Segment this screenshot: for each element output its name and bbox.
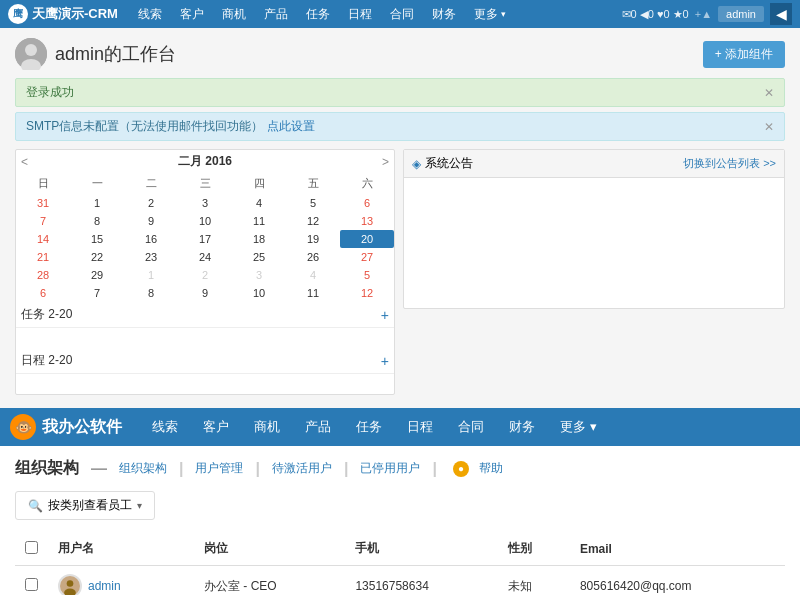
calendar-day[interactable]: 24	[178, 248, 232, 266]
nav-item-deals[interactable]: 商机	[214, 0, 254, 28]
sep3: |	[344, 460, 348, 478]
calendar-day[interactable]: 26	[286, 248, 340, 266]
calendar-day[interactable]: 12	[340, 284, 394, 302]
announcement-switch-link[interactable]: 切换到公告列表 >>	[683, 156, 776, 171]
calendar-prev[interactable]: <	[21, 155, 28, 169]
org-help-link[interactable]: 帮助	[479, 460, 503, 477]
nav2-customers[interactable]: 客户	[193, 408, 239, 446]
calendar-day[interactable]: 20	[340, 230, 394, 248]
schedule-label: 日程 2-20	[21, 352, 72, 369]
calendar-day[interactable]: 11	[232, 212, 286, 230]
calendar-day[interactable]: 23	[124, 248, 178, 266]
calendar-day[interactable]: 6	[340, 194, 394, 212]
calendar-day[interactable]: 10	[232, 284, 286, 302]
row-email-0: 805616420@qq.com	[570, 566, 785, 596]
top-logo-icon: 鹰	[8, 4, 28, 24]
alert-warning-close[interactable]: ✕	[764, 120, 774, 134]
nav-item-more[interactable]: 更多▾	[466, 0, 514, 28]
nav2-contracts[interactable]: 合同	[448, 408, 494, 446]
org-link-disabled[interactable]: 已停用用户	[360, 460, 420, 477]
nav2-leads[interactable]: 线索	[142, 408, 188, 446]
nav-item-customers[interactable]: 客户	[172, 0, 212, 28]
calendar-day[interactable]: 16	[124, 230, 178, 248]
nav-item-contracts[interactable]: 合同	[382, 0, 422, 28]
calendar-day[interactable]: 1	[124, 266, 178, 284]
calendar-day[interactable]: 2	[124, 194, 178, 212]
nav2-finance[interactable]: 财务	[499, 408, 545, 446]
calendar-day[interactable]: 13	[340, 212, 394, 230]
nav2-products[interactable]: 产品	[295, 408, 341, 446]
calendar-day[interactable]: 14	[16, 230, 70, 248]
calendar-day[interactable]: 7	[16, 212, 70, 230]
calendar-day[interactable]: 10	[178, 212, 232, 230]
org-dash: —	[91, 460, 107, 478]
chevron-down-icon: ▾	[137, 500, 142, 511]
second-logo-text: 我办公软件	[42, 417, 122, 438]
calendar-day[interactable]: 18	[232, 230, 286, 248]
calendar-grid: 日 一 二 三 四 五 六 31123456789101112131415161…	[16, 173, 394, 302]
calendar-day[interactable]: 9	[178, 284, 232, 302]
calendar-day[interactable]: 8	[70, 212, 124, 230]
dashboard-content: < 二月 2016 > 日 一 二 三 四 五	[15, 149, 785, 403]
calendar-day[interactable]: 4	[232, 194, 286, 212]
org-link-pending[interactable]: 待激活用户	[272, 460, 332, 477]
calendar-day[interactable]: 19	[286, 230, 340, 248]
calendar-day[interactable]: 3	[178, 194, 232, 212]
username-link-0[interactable]: admin	[88, 579, 121, 593]
add-widget-button[interactable]: + 添加组件	[703, 41, 785, 68]
calendar-day[interactable]: 6	[16, 284, 70, 302]
table-row: admin 办公室 - CEO 13516758634 未知 805616420…	[15, 566, 785, 596]
nav-item-finance[interactable]: 财务	[424, 0, 464, 28]
calendar-day[interactable]: 28	[16, 266, 70, 284]
calendar-day[interactable]: 29	[70, 266, 124, 284]
calendar-day[interactable]: 2	[178, 266, 232, 284]
nav-item-schedule[interactable]: 日程	[340, 0, 380, 28]
alert-success-close[interactable]: ✕	[764, 86, 774, 100]
nav-item-leads[interactable]: 线索	[130, 0, 170, 28]
collapse-button[interactable]: ◀	[770, 3, 792, 25]
calendar-day[interactable]: 21	[16, 248, 70, 266]
nav-item-tasks[interactable]: 任务	[298, 0, 338, 28]
tasks-section-header: 任务 2-20 +	[16, 302, 394, 328]
second-logo: 🐵 我办公软件	[10, 414, 122, 440]
calendar-day[interactable]: 9	[124, 212, 178, 230]
sep2: |	[255, 460, 259, 478]
help-icon: ●	[453, 461, 469, 477]
add-task-button[interactable]: +	[381, 307, 389, 323]
calendar-day[interactable]: 3	[232, 266, 286, 284]
calendar-next[interactable]: >	[382, 155, 389, 169]
calendar-day[interactable]: 15	[70, 230, 124, 248]
calendar-day[interactable]: 5	[286, 194, 340, 212]
admin-menu[interactable]: admin	[718, 6, 764, 22]
calendar-day[interactable]: 22	[70, 248, 124, 266]
nav2-more[interactable]: 更多 ▾	[550, 408, 607, 446]
nav2-schedule[interactable]: 日程	[397, 408, 443, 446]
row-checkbox-0[interactable]	[25, 578, 38, 591]
calendar-day[interactable]: 25	[232, 248, 286, 266]
calendar-day[interactable]: 8	[124, 284, 178, 302]
calendar-day[interactable]: 5	[340, 266, 394, 284]
add-schedule-button[interactable]: +	[381, 353, 389, 369]
org-link-user-mgmt[interactable]: 用户管理	[195, 460, 243, 477]
filter-label: 按类别查看员工	[48, 497, 132, 514]
calendar-day[interactable]: 12	[286, 212, 340, 230]
calendar-day[interactable]: 11	[286, 284, 340, 302]
calendar-day[interactable]: 17	[178, 230, 232, 248]
select-all-checkbox[interactable]	[25, 541, 38, 554]
calendar-day[interactable]: 27	[340, 248, 394, 266]
svg-point-1	[25, 44, 37, 56]
calendar-day[interactable]: 7	[70, 284, 124, 302]
announcement-title: 系统公告	[425, 155, 683, 172]
calendar-day[interactable]: 4	[286, 266, 340, 284]
nav2-deals[interactable]: 商机	[244, 408, 290, 446]
calendar-day[interactable]: 31	[16, 194, 70, 212]
calendar-day[interactable]: 1	[70, 194, 124, 212]
org-link-structure[interactable]: 组织架构	[119, 460, 167, 477]
nav-item-products[interactable]: 产品	[256, 0, 296, 28]
search-icon: 🔍	[28, 499, 43, 513]
workbench-area: admin的工作台 + 添加组件 登录成功 ✕ SMTP信息未配置（无法使用邮件…	[0, 28, 800, 408]
nav2-tasks[interactable]: 任务	[346, 408, 392, 446]
smtp-settings-link[interactable]: 点此设置	[267, 119, 315, 133]
org-section: 组织架构 — 组织架构 | 用户管理 | 待激活用户 | 已停用用户 | ● 帮…	[0, 446, 800, 595]
filter-button[interactable]: 🔍 按类别查看员工 ▾	[15, 491, 155, 520]
